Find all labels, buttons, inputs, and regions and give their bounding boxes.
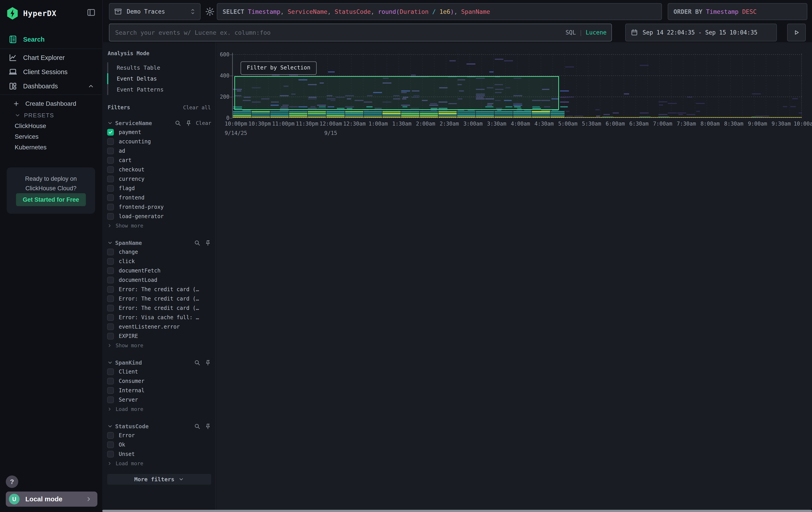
checkbox-unchecked[interactable] — [107, 213, 114, 220]
horizontal-scrollbar[interactable] — [102, 510, 812, 512]
search-icon[interactable] — [175, 120, 181, 127]
filter-checkbox-item[interactable]: Error: The credit card (… — [107, 303, 211, 313]
show-more-button[interactable]: Show more — [107, 221, 211, 231]
filter-checkbox-item[interactable]: change — [107, 247, 211, 257]
filter-checkbox-item[interactable]: Server — [107, 395, 211, 404]
checkbox-unchecked[interactable] — [107, 378, 114, 384]
load-more-button[interactable]: Load more — [107, 404, 211, 414]
checkbox-unchecked[interactable] — [107, 277, 114, 284]
show-more-button[interactable]: Show more — [107, 341, 211, 350]
load-more-button[interactable]: Load more — [107, 459, 211, 468]
checkbox-unchecked[interactable] — [107, 451, 114, 457]
filter-checkbox-item[interactable]: documentLoad — [107, 275, 211, 285]
search-input[interactable] — [115, 29, 566, 36]
filter-checkbox-item[interactable]: Internal — [107, 386, 211, 395]
filter-group-clear-button[interactable]: Clear — [196, 120, 211, 126]
checkbox-unchecked[interactable] — [107, 176, 114, 182]
create-dashboard-button[interactable]: Create Dashboard — [0, 99, 102, 109]
filter-checkbox-item[interactable]: Client — [107, 367, 211, 376]
date-range-picker[interactable]: Sep 14 22:04:35 - Sep 15 10:04:35 — [625, 24, 777, 42]
checkbox-unchecked[interactable] — [107, 397, 114, 403]
analysis-mode-event-patterns[interactable]: Event Patterns — [107, 84, 211, 95]
source-select[interactable]: Demo Traces — [109, 3, 201, 20]
checkbox-unchecked[interactable] — [107, 258, 114, 265]
filter-checkbox-item[interactable]: Consumer — [107, 376, 211, 386]
filter-checkbox-item[interactable]: documentFetch — [107, 266, 211, 275]
filter-checkbox-item[interactable]: Error: The credit card (… — [107, 294, 211, 303]
filter-checkbox-item[interactable]: Unset — [107, 450, 211, 459]
sql-select-editor[interactable]: SELECT Timestamp, ServiceName, StatusCod… — [217, 3, 662, 20]
filter-group-title[interactable]: ServiceName — [115, 120, 152, 127]
filter-checkbox-item[interactable]: load-generator — [107, 212, 211, 221]
checkbox-unchecked[interactable] — [107, 369, 114, 375]
checkbox-unchecked[interactable] — [107, 147, 114, 154]
filter-checkbox-item[interactable]: click — [107, 257, 211, 266]
checkbox-unchecked[interactable] — [107, 166, 114, 173]
checkbox-unchecked[interactable] — [107, 295, 114, 302]
chevron-up-icon[interactable] — [88, 83, 94, 89]
filter-checkbox-item[interactable]: payment — [107, 128, 211, 137]
filter-checkbox-item[interactable]: eventListener.error — [107, 322, 211, 331]
toggle-sql[interactable]: SQL — [566, 29, 576, 36]
sidebar-item-search[interactable]: Search — [0, 32, 102, 46]
filter-checkbox-item[interactable]: Error: Visa cache full: … — [107, 313, 211, 322]
filter-checkbox-item[interactable]: flagd — [107, 184, 211, 193]
chevron-down-icon[interactable] — [107, 240, 113, 246]
filter-checkbox-item[interactable]: cart — [107, 156, 211, 165]
run-query-button[interactable] — [787, 24, 806, 42]
filter-checkbox-item[interactable]: frontend — [107, 193, 211, 203]
filter-checkbox-item[interactable]: checkout — [107, 165, 211, 174]
checkbox-unchecked[interactable] — [107, 138, 114, 145]
sidebar-item-dashboards[interactable]: Dashboards — [0, 79, 102, 93]
checkbox-unchecked[interactable] — [107, 305, 114, 312]
sidebar-item-client-sessions[interactable]: Client Sessions — [0, 65, 102, 79]
local-mode-user-menu[interactable]: U Local mode — [6, 491, 97, 507]
checkbox-unchecked[interactable] — [107, 204, 114, 210]
filter-checkbox-item[interactable]: Error — [107, 431, 211, 440]
checkbox-unchecked[interactable] — [107, 387, 114, 394]
filter-checkbox-item[interactable]: frontend-proxy — [107, 203, 211, 212]
filter-group-title[interactable]: StatusCode — [115, 423, 149, 430]
filter-checkbox-item[interactable]: EXPIRE — [107, 331, 211, 341]
sidebar-item-clickhouse[interactable]: ClickHouse — [0, 120, 117, 131]
filter-checkbox-item[interactable]: accounting — [107, 137, 211, 146]
filter-checkbox-item[interactable]: currency — [107, 174, 211, 184]
chart-selection-region[interactable] — [234, 76, 559, 110]
filter-checkbox-item[interactable]: ad — [107, 146, 211, 156]
help-button[interactable]: ? — [6, 476, 18, 488]
more-filters-button[interactable]: More filters — [107, 474, 211, 485]
checkbox-unchecked[interactable] — [107, 185, 114, 192]
presets-toggle[interactable]: PRESETS — [0, 110, 102, 120]
sql-orderby-editor[interactable]: ORDER BY Timestamp DESC — [668, 3, 807, 20]
filter-by-selection-button[interactable]: Filter by Selection — [240, 61, 317, 75]
checkbox-unchecked[interactable] — [107, 194, 114, 201]
toggle-lucene[interactable]: Lucene — [586, 29, 607, 36]
analysis-mode-results-table[interactable]: Results Table — [107, 62, 211, 73]
search-icon[interactable] — [194, 240, 201, 246]
checkbox-unchecked[interactable] — [107, 333, 114, 340]
sidebar-item-services[interactable]: Services — [0, 131, 117, 142]
sidebar-item-chart-explorer[interactable]: Chart Explorer — [0, 51, 102, 64]
chevron-down-icon[interactable] — [107, 423, 113, 429]
filter-checkbox-item[interactable]: Ok — [107, 440, 211, 450]
search-icon[interactable] — [194, 359, 201, 366]
checkbox-unchecked[interactable] — [107, 249, 114, 255]
checkbox-unchecked[interactable] — [107, 432, 114, 439]
analysis-mode-event-deltas[interactable]: Event Deltas — [107, 73, 211, 84]
filter-checkbox-item[interactable]: Error: The credit card (… — [107, 285, 211, 294]
checkbox-checked[interactable] — [107, 129, 114, 136]
checkbox-unchecked[interactable] — [107, 314, 114, 321]
filter-group-title[interactable]: SpanKind — [115, 359, 142, 366]
checkbox-unchecked[interactable] — [107, 157, 114, 164]
clear-all-filters-button[interactable]: Clear all — [183, 105, 211, 110]
pin-icon[interactable] — [205, 359, 211, 366]
checkbox-unchecked[interactable] — [107, 267, 114, 274]
gear-icon[interactable] — [205, 7, 215, 17]
filter-group-title[interactable]: SpanName — [115, 240, 142, 246]
pin-icon[interactable] — [205, 240, 211, 246]
checkbox-unchecked[interactable] — [107, 286, 114, 293]
checkbox-unchecked[interactable] — [107, 441, 114, 448]
chevron-down-icon[interactable] — [107, 360, 113, 366]
pin-icon[interactable] — [185, 120, 192, 127]
search-icon[interactable] — [194, 423, 201, 430]
